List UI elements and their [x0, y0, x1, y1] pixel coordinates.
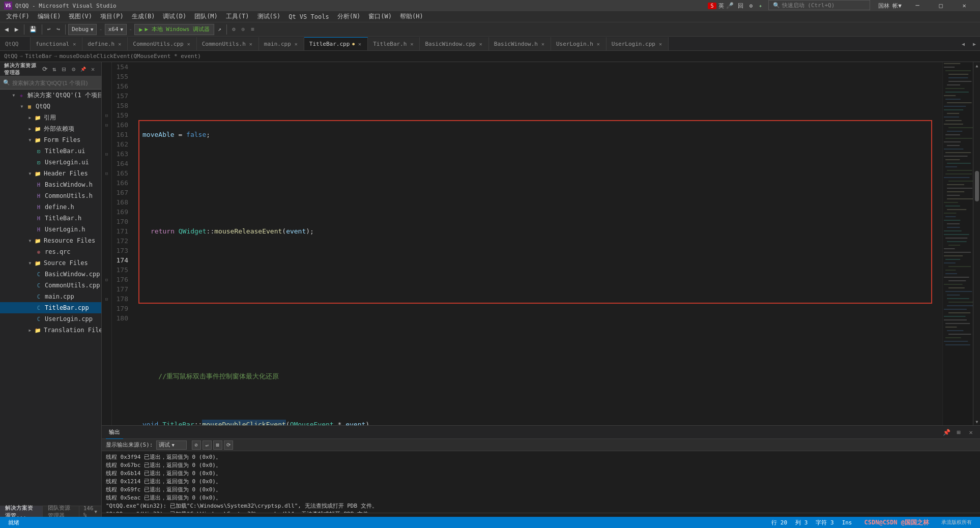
ime-btn2[interactable]: ⚙ [747, 2, 755, 10]
tab-scroll-right[interactable]: ▶ [969, 37, 980, 50]
tree-item-refs[interactable]: ▶ 📁 引用 [0, 112, 101, 123]
breadcrumb-symbol[interactable]: mouseDoubleClickEvent(QMouseEvent * even… [60, 53, 201, 60]
tree-item-translation-files[interactable]: ▶ 📁 Translation Files [0, 325, 101, 336]
output-float-btn[interactable]: ⊞ [954, 427, 964, 437]
status-row[interactable]: 行 20 [767, 517, 791, 528]
tab-basicwindow-cpp[interactable]: BasicWindow.cpp ✕ [420, 37, 488, 50]
tab-commonutils-cpp[interactable]: CommonUtils.cpp ✕ [128, 37, 196, 50]
tree-item-external-deps[interactable]: ▶ 📁 外部依赖项 [0, 123, 101, 134]
sidebar-collapse-btn[interactable]: ⊟ [60, 65, 68, 73]
menu-team[interactable]: 团队(M) [190, 11, 222, 22]
tab-close-userlogin-cpp[interactable]: ✕ [658, 41, 663, 47]
menu-qt-vs[interactable]: Qt VS Tools [284, 12, 333, 21]
tree-item-titlebar-cpp[interactable]: C TitleBar.cpp [0, 302, 101, 313]
tab-scroll-left[interactable]: ◀ [958, 37, 969, 50]
tree-item-userlogin-ui[interactable]: ⊡ UserLogin.ui [0, 157, 101, 168]
tree-item-qtqq[interactable]: ▼ ▦ QtQQ [0, 101, 101, 112]
toolbar-breakpoint[interactable]: ⊙ [239, 24, 248, 35]
tab-close-define-h[interactable]: ✕ [117, 41, 122, 47]
attach-btn[interactable]: ↗ [215, 24, 224, 35]
tab-close-main-cpp[interactable]: ✕ [294, 41, 299, 47]
tab-close-userlogin-h[interactable]: ✕ [596, 41, 601, 47]
tree-item-titlebar-h[interactable]: H TitleBar.h [0, 213, 101, 224]
toolbar-redo-btn[interactable]: ↪ [54, 24, 63, 35]
code-line-160[interactable]: void TitleBar::mouseDoubleClickEvent(QMo… [138, 420, 942, 425]
win-maximize-btn[interactable]: □ [929, 0, 953, 11]
tree-item-solution[interactable]: ▼ ◈ 解决方案'QtQQ'(1 个项目) [0, 90, 101, 101]
scrollbar-thumb[interactable] [975, 171, 979, 201]
status-ready[interactable]: 就绪 [4, 517, 23, 528]
sidebar-tab-team[interactable]: 团队资源管理器 [43, 506, 79, 517]
tree-item-main-cpp[interactable]: C main.cpp [0, 291, 101, 302]
menu-tools[interactable]: 工具(T) [222, 11, 253, 22]
code-line-155[interactable] [138, 178, 942, 188]
toolbar-more[interactable]: ≡ [248, 24, 257, 35]
tree-item-commonutils-cpp[interactable]: C CommonUtils.cpp [0, 280, 101, 291]
tab-userlogin-cpp[interactable]: UserLogin.cpp ✕ [607, 37, 669, 50]
code-container[interactable]: ⊟ ⊟ ⊟ ⊟ ⊟ [102, 62, 980, 425]
output-pin-btn[interactable]: 📌 [941, 427, 952, 437]
sidebar-tab-solution[interactable]: 解决方案资源管... [0, 506, 43, 517]
output-content[interactable]: 线程 0x3f94 已退出，返回值为 0 (0x0)。 线程 0x67bc 已退… [102, 451, 980, 513]
menu-file[interactable]: 文件(F) [2, 11, 34, 22]
quick-search-bar[interactable]: 🔍 快速启动 (Ctrl+Q) [768, 0, 870, 10]
code-editor[interactable]: moveAble = false; return QWidget::mouseR… [136, 62, 942, 425]
sidebar-close-btn[interactable]: ✕ [89, 65, 97, 73]
code-line-154[interactable]: moveAble = false; [138, 130, 942, 139]
sidebar-filter-btn[interactable]: ⇅ [50, 65, 59, 73]
tab-titlebar-h[interactable]: TitleBar.h ✕ [368, 37, 420, 50]
tree-item-define-h[interactable]: H define.h [0, 201, 101, 213]
ime-mic[interactable]: 🎤 [726, 2, 734, 9]
tab-close-commonutils-cpp[interactable]: ✕ [186, 41, 191, 47]
menu-edit[interactable]: 编辑(E) [34, 11, 65, 22]
output-scrollbar[interactable] [102, 513, 980, 517]
ime-btn3[interactable]: ✦ [757, 2, 764, 10]
tab-close-commonutils-h[interactable]: ✕ [248, 41, 253, 47]
sidebar-pin-btn[interactable]: 📌 [79, 65, 88, 73]
ime-icon[interactable]: S [708, 3, 716, 9]
toolbar-back-btn[interactable]: ◀ [2, 24, 11, 35]
menu-build[interactable]: 生成(B) [128, 11, 159, 22]
tab-userlogin-h[interactable]: UserLogin.h ✕ [551, 37, 607, 50]
sidebar-search-input[interactable] [12, 80, 98, 86]
menu-help[interactable]: 帮助(H) [396, 11, 427, 22]
ime-btn1[interactable]: 回 [736, 2, 745, 10]
sidebar-settings-btn[interactable]: ⚙ [70, 65, 78, 73]
output-tab[interactable]: 输出 [106, 426, 123, 439]
win-close-btn[interactable]: ✕ [953, 0, 976, 11]
tree-item-resource-files[interactable]: ▼ 📁 Resource Files [0, 235, 101, 246]
tree-item-basicwindow-h[interactable]: H BasicWindow.h [0, 179, 101, 190]
tab-close-titlebar-h[interactable]: ✕ [409, 41, 414, 47]
output-close-btn[interactable]: ✕ [966, 427, 976, 437]
menu-project[interactable]: 项目(P) [96, 11, 128, 22]
code-line-157[interactable] [138, 275, 942, 284]
tab-define-h[interactable]: define.h ✕ [82, 37, 128, 50]
tree-item-basicwindow-cpp[interactable]: C BasicWindow.cpp [0, 269, 101, 280]
run-debug-btn[interactable]: ▶ ▶ 本地 Windows 调试器 [134, 24, 214, 35]
menu-window[interactable]: 窗口(W) [364, 11, 396, 22]
breadcrumb-project[interactable]: QtQQ [4, 53, 18, 60]
config-dropdown[interactable]: Debug ▼ [68, 24, 97, 35]
tree-item-commonutils-h[interactable]: H CommonUtils.h [0, 190, 101, 201]
sidebar-sync-btn[interactable]: ⟳ [41, 65, 49, 73]
tab-basicwindow-h[interactable]: BasicWindow.h ✕ [489, 37, 551, 50]
menu-test[interactable]: 测试(S) [253, 11, 285, 22]
toolbar-forward-btn[interactable]: ▶ [12, 24, 21, 35]
tab-close-titlebar-cpp[interactable]: ✕ [357, 41, 362, 47]
tree-item-res-qrc[interactable]: ⊗ res.qrc [0, 246, 101, 257]
tab-commonutils-h[interactable]: CommonUtils.h ✕ [197, 37, 259, 50]
status-char[interactable]: 字符 3 [812, 517, 838, 528]
tab-close-basicwindow-h[interactable]: ✕ [540, 41, 545, 47]
tab-close-functional[interactable]: ✕ [72, 41, 77, 47]
code-line-159[interactable]: //重写鼠标双击事件控制窗体最大化还原 [138, 371, 942, 381]
menu-analyze[interactable]: 分析(N) [333, 11, 365, 22]
source-dropdown[interactable]: 调试 ▼ [156, 441, 187, 450]
code-line-156[interactable]: return QWidget::mouseReleaseEvent(event)… [138, 226, 942, 236]
output-find-btn[interactable]: ⊠ [213, 441, 222, 450]
code-line-158[interactable] [138, 323, 942, 333]
sidebar-search-bar[interactable]: 🔍 [0, 76, 101, 90]
tab-close-basicwindow-cpp[interactable]: ✕ [478, 41, 483, 47]
tab-main-cpp[interactable]: main.cpp ✕ [259, 37, 304, 50]
tree-item-header-files[interactable]: ▼ 📁 Header Files [0, 168, 101, 179]
win-minimize-btn[interactable]: ─ [906, 0, 929, 11]
